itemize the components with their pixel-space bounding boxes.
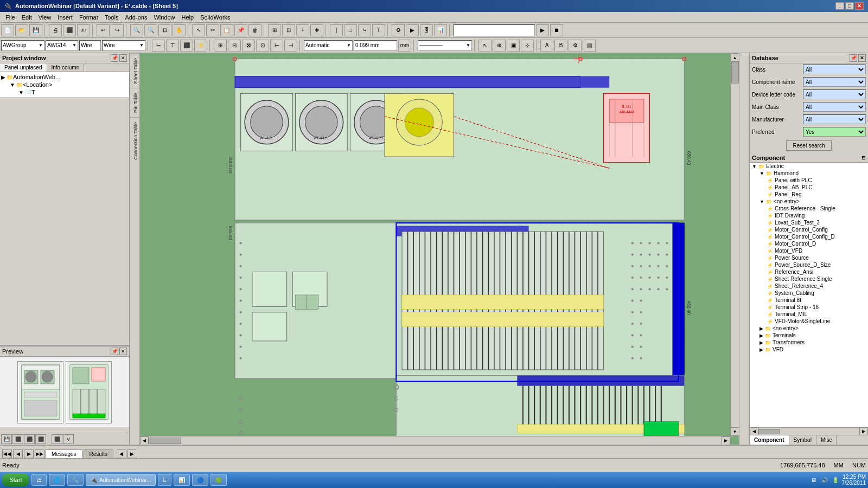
start-button[interactable]: Start [2, 473, 29, 486]
nav-prop-btn[interactable]: ⬛ [35, 434, 46, 444]
vscroll-up-btn[interactable]: ▲ [731, 53, 739, 62]
zoom-out-button[interactable]: 🔍 [144, 24, 157, 36]
ct-hammond[interactable]: ▼ 📁 Hammond [750, 170, 868, 177]
tb2-c[interactable]: ⚙ [569, 40, 582, 52]
open-button[interactable]: 📂 [15, 24, 28, 36]
copy-button[interactable]: 📋 [220, 24, 233, 36]
tb2-icon10[interactable]: ⊣ [284, 40, 297, 52]
tb2-icon3[interactable]: ⬛ [180, 40, 193, 52]
nav-save-btn[interactable]: 💾 [1, 434, 12, 444]
db-hscroll[interactable]: ◀ ▶ [750, 427, 868, 435]
tb2-cursor[interactable]: ↖ [478, 40, 492, 52]
ct-idt[interactable]: ⚡ IDT Drawing [750, 212, 868, 219]
ct-ref-ansi[interactable]: ⚡ Reference_Ansi [750, 268, 868, 275]
side-tab-sheet[interactable]: Sheet Table [130, 53, 139, 88]
tb2-select[interactable]: ▣ [507, 40, 520, 52]
component-name-select[interactable]: All [803, 77, 866, 87]
taskbar-chrome[interactable]: 🌐 [49, 474, 65, 486]
nav-list-btn[interactable]: ⬛ [52, 434, 62, 444]
device-letter-select[interactable]: All [803, 89, 866, 99]
grid-button[interactable]: ⊞ [268, 24, 281, 36]
project-close-btn[interactable]: ✕ [119, 54, 127, 62]
menu-solidworks[interactable]: SolidWorks [197, 13, 233, 22]
preferred-select[interactable]: Yes [803, 127, 866, 137]
vscroll-thumb[interactable] [731, 62, 739, 84]
menu-edit[interactable]: Edit [18, 13, 35, 22]
pan-button[interactable]: ✋ [173, 24, 186, 36]
tb2-unit[interactable]: mm [398, 40, 411, 52]
ct-power-d[interactable]: ⚡ Power_Source_D_Size [750, 261, 868, 268]
redo-button[interactable]: ↪ [111, 24, 124, 36]
maximize-button[interactable]: □ [845, 2, 854, 10]
ct-terminal-mil[interactable]: ⚡ Terminal_MIL [750, 311, 868, 318]
db-tab-misc[interactable]: Misc [816, 435, 837, 445]
snap-button[interactable]: ⊡ [282, 24, 295, 36]
db-tab-component[interactable]: Component [750, 435, 789, 445]
db-hscroll-thumb[interactable] [758, 429, 780, 434]
menu-format[interactable]: Format [76, 13, 101, 22]
tb-line[interactable]: | [330, 24, 343, 36]
hscroll-right-btn[interactable]: ▶ [722, 436, 730, 445]
tb2-icon1[interactable]: ⊢ [152, 40, 165, 52]
tb-run[interactable]: ▶ [406, 24, 419, 36]
project-pin-btn[interactable]: 📌 [111, 54, 118, 62]
tree-root[interactable]: ▶ 📁 AutomationWeb... [1, 73, 128, 81]
tb-plus[interactable]: ✚ [310, 24, 323, 36]
taskbar-explorer[interactable]: 🗂 [31, 474, 47, 486]
menu-insert[interactable]: Insert [54, 13, 76, 22]
select-button[interactable]: ↖ [192, 24, 205, 36]
tb-chart[interactable]: 📊 [434, 24, 447, 36]
db-close-btn[interactable]: ✕ [858, 54, 866, 62]
awg-value-combo[interactable]: AWG14 ▼ [46, 40, 78, 51]
sheet-nav-next-btn[interactable]: ▶▶ [35, 450, 44, 458]
menu-view[interactable]: View [35, 13, 55, 22]
tab-nav-btn2[interactable]: ▶ [127, 450, 137, 458]
ct-sheet-ref[interactable]: ⚡ Sheet Reference Single [750, 275, 868, 282]
btab-results[interactable]: Results [84, 450, 113, 458]
tb-stop[interactable]: ⏹ [550, 24, 563, 36]
zoom-combo[interactable]: Automatic ▼ [304, 40, 353, 51]
ct-panel-ab-plc[interactable]: ⚡ Panel_AB_PLC [750, 184, 868, 191]
zoom-fit-button[interactable]: ⊡ [158, 24, 171, 36]
ct-panel-reg[interactable]: ⚡ Panel_Reg [750, 191, 868, 198]
menu-tools[interactable]: Tools [101, 13, 122, 22]
canvas-area[interactable]: AT-421 AT-4411 AT-4221 [140, 53, 739, 445]
taskbar-excel[interactable]: 📊 [174, 474, 190, 486]
cut-button[interactable]: ✂ [206, 24, 219, 36]
tb-prop[interactable]: ⚙ [392, 24, 405, 36]
tree-t-item[interactable]: ▼ 📄 T [1, 88, 128, 96]
sheet-nav-back-btn[interactable]: ◀ [13, 450, 23, 458]
tb2-a[interactable]: A [540, 40, 553, 52]
new-button[interactable]: 📄 [1, 24, 14, 36]
tb2-icon2[interactable]: ⊤ [166, 40, 179, 52]
ct-transformers[interactable]: ▶ 📁 Transformers [750, 339, 868, 346]
ct-motor-ctrl-d2[interactable]: ⚡ Motor_Control_D [750, 240, 868, 247]
wire-type-combo[interactable]: Wire ▼ [102, 40, 145, 51]
ct-motor-ctrl-d[interactable]: ⚡ Motor_Control_Config_D [750, 233, 868, 240]
main-class-select[interactable]: All [803, 102, 866, 112]
tb2-icon4[interactable]: ⚡ [194, 40, 207, 52]
taskbar-automation[interactable]: 🔌 AutomationWebinar... [86, 474, 156, 486]
tb2-icon8[interactable]: ⊡ [256, 40, 269, 52]
tree-location[interactable]: ▼ 📁 <Location> [1, 81, 128, 88]
ct-terminals[interactable]: ▶ 📁 Terminals [750, 332, 868, 339]
tb-route[interactable]: ⤷ [358, 24, 371, 36]
preview-pin-btn[interactable]: 📌 [111, 348, 118, 355]
undo-button[interactable]: ↩ [97, 24, 110, 36]
close-button[interactable]: ✕ [855, 2, 864, 10]
canvas-vscroll[interactable]: ▲ ▼ [730, 53, 739, 436]
tb-rect[interactable]: □ [344, 24, 357, 36]
tb-db[interactable]: 🗄 [420, 24, 433, 36]
ct-no-entry1[interactable]: ▼ 📁 <no entry> [750, 198, 868, 205]
ct-motor-ctrl[interactable]: ⚡ Motor_Control_Config [750, 226, 868, 233]
ct-terminal-strip[interactable]: ⚡ Terminal Strip - 16 [750, 304, 868, 311]
menu-file[interactable]: File [2, 13, 18, 22]
ct-sheet-ref4[interactable]: ⚡ Sheet_Reference_4 [750, 282, 868, 290]
vscroll-down-btn[interactable]: ▼ [731, 427, 739, 436]
db-tab-symbol[interactable]: Symbol [789, 435, 816, 445]
hscroll-left-btn[interactable]: ◀ [140, 436, 149, 445]
tb2-b[interactable]: B [554, 40, 567, 52]
tb2-move[interactable]: ⊹ [521, 40, 534, 52]
taskbar-app7[interactable]: 🟢 [210, 474, 227, 486]
tb2-d[interactable]: ▤ [583, 40, 596, 52]
